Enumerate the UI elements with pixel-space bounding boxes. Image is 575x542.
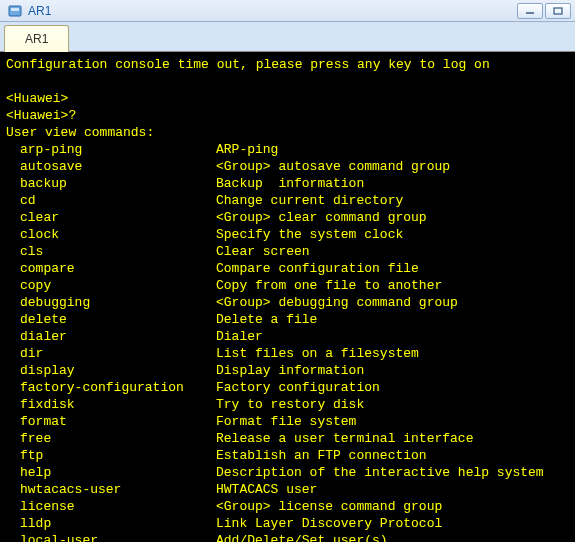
- command-row: freeRelease a user terminal interface: [6, 430, 569, 447]
- tab-ar1[interactable]: AR1: [4, 25, 69, 52]
- command-row: compareCompare configuration file: [6, 260, 569, 277]
- command-row: lldpLink Layer Discovery Protocol: [6, 515, 569, 532]
- command-desc: Release a user terminal interface: [216, 430, 473, 447]
- timeout-message: Configuration console time out, please p…: [6, 56, 569, 73]
- command-desc: <Group> debugging command group: [216, 294, 458, 311]
- command-desc: <Group> license command group: [216, 498, 442, 515]
- command-row: copyCopy from one file to another: [6, 277, 569, 294]
- command-desc: Dialer: [216, 328, 263, 345]
- command-name: help: [6, 464, 216, 481]
- command-row: dirList files on a filesystem: [6, 345, 569, 362]
- command-row: factory-configurationFactory configurati…: [6, 379, 569, 396]
- command-desc: Clear screen: [216, 243, 310, 260]
- command-name: factory-configuration: [6, 379, 216, 396]
- titlebar-left: AR1: [4, 4, 51, 18]
- svg-rect-3: [554, 8, 562, 14]
- command-name: hwtacacs-user: [6, 481, 216, 498]
- maximize-button[interactable]: [545, 3, 571, 19]
- command-desc: Add/Delete/Set user(s): [216, 532, 388, 542]
- command-desc: ARP-ping: [216, 141, 278, 158]
- command-name: clear: [6, 209, 216, 226]
- blank-line: [6, 73, 569, 90]
- command-row: formatFormat file system: [6, 413, 569, 430]
- command-row: clsClear screen: [6, 243, 569, 260]
- command-row: backupBackup information: [6, 175, 569, 192]
- command-name: dialer: [6, 328, 216, 345]
- command-name: debugging: [6, 294, 216, 311]
- command-desc: Delete a file: [216, 311, 317, 328]
- command-row: clear<Group> clear command group: [6, 209, 569, 226]
- command-name: clock: [6, 226, 216, 243]
- command-desc: Description of the interactive help syst…: [216, 464, 544, 481]
- command-row: clockSpecify the system clock: [6, 226, 569, 243]
- command-name: license: [6, 498, 216, 515]
- command-name: ftp: [6, 447, 216, 464]
- command-row: arp-pingARP-ping: [6, 141, 569, 158]
- command-desc: Factory configuration: [216, 379, 380, 396]
- command-desc: Display information: [216, 362, 364, 379]
- command-desc: Compare configuration file: [216, 260, 419, 277]
- command-row: helpDescription of the interactive help …: [6, 464, 569, 481]
- command-row: cdChange current directory: [6, 192, 569, 209]
- command-row: deleteDelete a file: [6, 311, 569, 328]
- command-desc: <Group> clear command group: [216, 209, 427, 226]
- prompt-help: <Huawei>?: [6, 107, 569, 124]
- command-desc: List files on a filesystem: [216, 345, 419, 362]
- command-name: arp-ping: [6, 141, 216, 158]
- command-row: dialerDialer: [6, 328, 569, 345]
- command-name: cd: [6, 192, 216, 209]
- command-row: debugging<Group> debugging command group: [6, 294, 569, 311]
- command-name: local-user: [6, 532, 216, 542]
- titlebar: AR1: [0, 0, 575, 22]
- command-row: license<Group> license command group: [6, 498, 569, 515]
- command-name: display: [6, 362, 216, 379]
- command-desc: <Group> autosave command group: [216, 158, 450, 175]
- command-name: free: [6, 430, 216, 447]
- commands-heading: User view commands:: [6, 124, 569, 141]
- command-name: copy: [6, 277, 216, 294]
- command-row: autosave<Group> autosave command group: [6, 158, 569, 175]
- command-name: autosave: [6, 158, 216, 175]
- window-controls: [517, 3, 571, 19]
- command-name: lldp: [6, 515, 216, 532]
- command-row: displayDisplay information: [6, 362, 569, 379]
- window-title: AR1: [28, 4, 51, 18]
- terminal[interactable]: Configuration console time out, please p…: [0, 52, 575, 542]
- tabbar: AR1: [0, 22, 575, 52]
- command-desc: Link Layer Discovery Protocol: [216, 515, 442, 532]
- command-desc: Change current directory: [216, 192, 403, 209]
- command-name: cls: [6, 243, 216, 260]
- command-name: fixdisk: [6, 396, 216, 413]
- command-desc: Establish an FTP connection: [216, 447, 427, 464]
- command-desc: Try to restory disk: [216, 396, 364, 413]
- command-desc: Format file system: [216, 413, 356, 430]
- app-window: AR1 AR1 Configuration console time out, …: [0, 0, 575, 542]
- command-row: local-userAdd/Delete/Set user(s): [6, 532, 569, 542]
- command-desc: Specify the system clock: [216, 226, 403, 243]
- command-row: fixdiskTry to restory disk: [6, 396, 569, 413]
- command-name: dir: [6, 345, 216, 362]
- command-desc: HWTACACS user: [216, 481, 317, 498]
- command-desc: Copy from one file to another: [216, 277, 442, 294]
- command-row: hwtacacs-userHWTACACS user: [6, 481, 569, 498]
- svg-rect-1: [11, 8, 19, 11]
- command-name: format: [6, 413, 216, 430]
- command-row: ftpEstablish an FTP connection: [6, 447, 569, 464]
- minimize-button[interactable]: [517, 3, 543, 19]
- command-name: backup: [6, 175, 216, 192]
- command-desc: Backup information: [216, 175, 364, 192]
- prompt: <Huawei>: [6, 90, 569, 107]
- command-name: delete: [6, 311, 216, 328]
- command-name: compare: [6, 260, 216, 277]
- app-icon: [8, 4, 22, 18]
